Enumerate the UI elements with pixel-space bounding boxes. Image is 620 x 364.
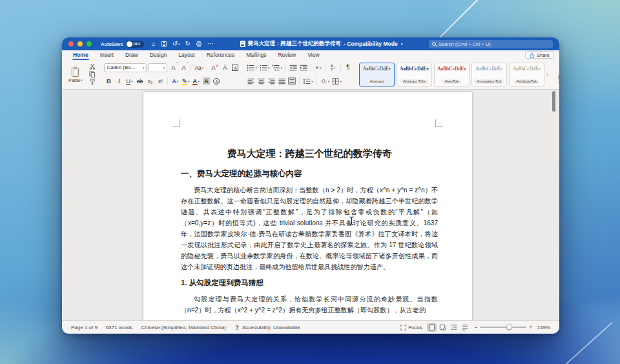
document-heading-title[interactable]: 费马大定理：跨越三个世纪的数学传奇 <box>181 147 438 160</box>
tab-design[interactable]: Design <box>144 50 172 60</box>
style-card-abstract[interactable]: AaBbCcDdEe Abstract <box>359 63 395 86</box>
character-shading-button[interactable]: A <box>202 76 211 86</box>
zoom-in-button[interactable]: + <box>529 325 532 330</box>
font-size-combobox[interactable]: ▾ <box>148 63 167 72</box>
title-bar: AutoSave OFF ⌂ ↺▾ ↻ ⋯ 费马大定理：跨越三个世纪的数学传奇 … <box>62 37 559 50</box>
show-paragraph-marks-icon[interactable]: ¶ <box>344 63 353 72</box>
copy-icon[interactable] <box>87 70 98 78</box>
save-icon[interactable] <box>161 41 167 47</box>
grow-font-button[interactable]: A <box>169 63 178 72</box>
document-page[interactable]: 费马大定理：跨越三个世纪的数学传奇 一、费马大定理的起源与核心内容 费马大定理的… <box>143 92 472 320</box>
superscript-button[interactable]: x² <box>156 76 165 86</box>
compatibility-mode-text: - Compatibility Mode <box>344 41 398 47</box>
bold-button[interactable]: B <box>104 76 113 86</box>
style-card-attributetok[interactable]: AaBbCcDdEe AttributeTok <box>509 63 544 86</box>
justify-icon[interactable] <box>277 76 286 86</box>
subscript-button[interactable]: x₂ <box>145 76 154 86</box>
outline-view-icon[interactable] <box>449 323 459 332</box>
print-icon[interactable] <box>196 41 202 47</box>
styles-overflow-icon[interactable]: › <box>546 72 548 77</box>
character-border-button[interactable]: A <box>231 63 240 72</box>
multilevel-list-icon[interactable]: ▾ <box>271 63 283 72</box>
document-paragraph-2[interactable]: 勾股定理与费马大定理的关系，恰似数学长河中同源分流的奇妙景观。当指数（n=2）时… <box>181 294 438 316</box>
clipboard-group: Paste▾ <box>66 62 98 86</box>
share-icon <box>530 52 535 58</box>
home-icon[interactable]: ⌂ <box>152 41 156 47</box>
close-button[interactable] <box>68 41 74 46</box>
text-effects-button[interactable]: A▾ <box>170 76 180 86</box>
document-paragraph-1[interactable]: 费马大定理的核心断言简洁而深刻：当整数（n > 2）时，方程（x^n + y^n… <box>181 185 438 272</box>
search-placeholder: Search (Cmd + Ctrl + U) <box>439 41 491 47</box>
sort-icon[interactable]: AZ ↓ <box>329 63 338 72</box>
title-chevron-icon[interactable]: ▾ <box>401 42 403 46</box>
style-card-annotationtok[interactable]: AaBbCcDdEe AnnotationTok <box>471 63 507 86</box>
phonetic-guide-button[interactable]: Ă <box>220 63 229 72</box>
autosave-toggle[interactable]: OFF <box>126 41 144 48</box>
distribute-text-icon[interactable] <box>287 76 296 86</box>
focus-button[interactable]: Focus <box>400 325 422 330</box>
shrink-font-button[interactable]: A <box>179 63 188 72</box>
format-painter-icon[interactable] <box>87 78 98 86</box>
page-count[interactable]: Page 1 of 9 <box>71 325 98 330</box>
accessibility-status[interactable]: Accessibility: Unavailable <box>234 325 300 330</box>
style-card-abstract-title[interactable]: AaBbCcDdEe Abstract Title <box>397 63 432 86</box>
draft-view-icon[interactable] <box>460 323 470 332</box>
zoom-slider[interactable] <box>480 327 526 328</box>
tab-insert[interactable]: Insert <box>94 50 119 60</box>
align-right-icon[interactable] <box>267 76 276 86</box>
more-commands-icon[interactable]: ⋯ <box>207 41 214 47</box>
styles-pane-button[interactable]: Styles Pane <box>550 64 559 85</box>
undo-icon[interactable]: ↺▾ <box>172 41 180 47</box>
font-color-button[interactable]: A▾ <box>191 76 200 86</box>
align-center-icon[interactable] <box>256 76 265 86</box>
print-layout-view-icon[interactable] <box>427 323 437 332</box>
zoom-slider-thumb[interactable] <box>506 324 512 330</box>
document-heading-2[interactable]: 1. 从勾股定理到费马猜想 <box>181 278 438 288</box>
increase-indent-icon[interactable] <box>299 63 308 72</box>
document-canvas: 费马大定理：跨越三个世纪的数学传奇 一、费马大定理的起源与核心内容 费马大定理的… <box>62 90 559 320</box>
cut-icon[interactable] <box>87 63 98 70</box>
tab-draw[interactable]: Draw <box>119 50 144 60</box>
share-button[interactable]: Share <box>525 51 554 59</box>
shading-icon[interactable]: ▾ <box>320 76 331 86</box>
change-case-button[interactable]: Aa▾ <box>194 63 204 72</box>
web-layout-view-icon[interactable] <box>438 323 448 332</box>
enclose-characters-button[interactable]: A <box>212 76 221 86</box>
accessibility-icon <box>234 325 240 330</box>
clear-formatting-button[interactable]: A <box>210 63 219 72</box>
tab-home[interactable]: Home <box>67 50 94 60</box>
tab-view[interactable]: View <box>302 50 325 60</box>
borders-icon[interactable]: ▾ <box>331 76 342 86</box>
zoom-level[interactable]: 149% <box>537 325 550 330</box>
align-left-icon[interactable] <box>246 76 255 86</box>
underline-button[interactable]: U▾ <box>125 76 134 86</box>
font-name-combobox[interactable]: Calibri (Bo... ▾ <box>104 63 147 72</box>
minimize-button[interactable] <box>78 41 83 46</box>
vertical-scrollbar-thumb[interactable] <box>552 91 555 112</box>
word-count[interactable]: 6371 words <box>106 325 132 330</box>
language-indicator[interactable]: Chinese (Simplified, Mainland China) <box>141 325 226 330</box>
search-input[interactable]: Search (Cmd + Ctrl + U) <box>429 40 553 48</box>
clipboard-small-buttons <box>87 62 98 86</box>
tab-mailings[interactable]: Mailings <box>240 50 272 60</box>
line-spacing-icon[interactable]: ▾ <box>302 76 314 86</box>
highlight-button[interactable]: ✎▾ <box>181 76 190 86</box>
document-heading-1[interactable]: 一、费马大定理的起源与核心内容 <box>181 168 438 179</box>
asian-layout-icon[interactable]: ×▾ <box>314 63 323 72</box>
document-icon <box>240 41 245 47</box>
numbering-icon[interactable]: ▾ <box>259 63 271 72</box>
italic-button[interactable]: I <box>114 76 123 86</box>
bullets-icon[interactable]: ▾ <box>246 63 258 72</box>
style-card-alerttok[interactable]: AaBbCcDdEe AlertTok <box>434 63 470 86</box>
fullscreen-button[interactable] <box>87 41 92 46</box>
redo-icon[interactable]: ↻ <box>185 41 191 47</box>
font-group: Calibri (Bo... ▾ ▾ A A Aa▾ A Ă A B I U <box>104 62 240 86</box>
strikethrough-button[interactable]: ab <box>135 76 144 86</box>
tab-layout[interactable]: Layout <box>172 50 201 60</box>
paste-button[interactable]: Paste▾ <box>66 66 85 83</box>
zoom-out-button[interactable]: − <box>474 325 477 330</box>
decrease-indent-icon[interactable] <box>289 63 298 72</box>
tab-references[interactable]: References <box>201 50 240 60</box>
tab-review[interactable]: Review <box>272 50 302 60</box>
paste-label: Paste <box>68 78 80 83</box>
